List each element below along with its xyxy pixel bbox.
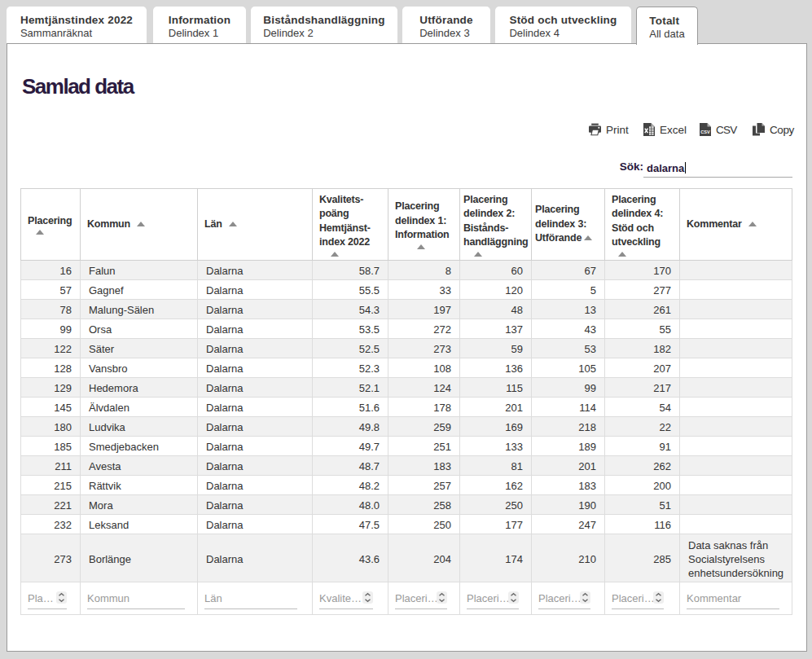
- svg-text:CSV: CSV: [700, 130, 710, 134]
